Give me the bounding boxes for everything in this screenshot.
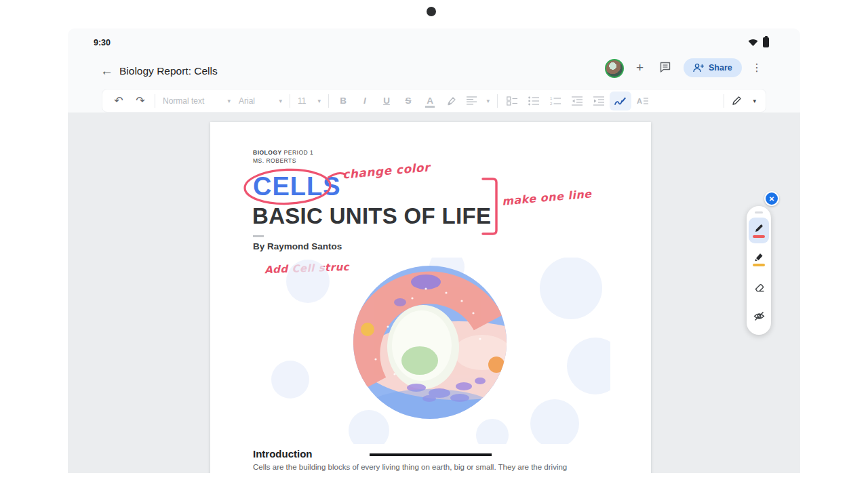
- back-icon[interactable]: ←: [100, 64, 113, 79]
- redo-button[interactable]: ↷: [130, 92, 151, 110]
- user-avatar[interactable]: [605, 59, 624, 78]
- font-size-dropdown[interactable]: 11 ▾: [294, 92, 325, 110]
- organelle-orange: [488, 357, 505, 373]
- doc-meta-line2: MS. ROBERTS: [253, 157, 296, 164]
- numbered-list-icon: 1 2: [550, 96, 561, 106]
- outdent-icon: [572, 96, 583, 106]
- bold-button[interactable]: B: [332, 92, 354, 110]
- battery-icon: [763, 37, 769, 47]
- formatting-toolbar: ↶ ↷ Normal text ▾ Arial ▾ 11 ▾ B I U S A: [102, 89, 766, 113]
- paragraph-style-value: Normal text: [163, 96, 204, 106]
- format-options-icon: A: [637, 96, 648, 106]
- tool-pen[interactable]: [749, 218, 769, 243]
- paragraph-style-dropdown[interactable]: Normal text ▾: [159, 92, 235, 110]
- italic-button[interactable]: I: [354, 92, 376, 110]
- chevron-down-icon: ▾: [317, 98, 321, 104]
- toolbar-divider: [328, 94, 329, 108]
- clock: 9:30: [94, 38, 111, 47]
- pen-icon: [732, 96, 742, 106]
- annotation-note-change-color: change color: [342, 160, 430, 181]
- svg-text:1: 1: [550, 96, 553, 100]
- add-icon[interactable]: +: [636, 60, 644, 75]
- toolbar-divider: [724, 94, 724, 108]
- tool-eraser[interactable]: [749, 274, 769, 300]
- drag-handle[interactable]: [755, 211, 763, 214]
- chevron-down-icon: ▾: [227, 98, 231, 104]
- doc-meta-line1: BIOLOGY PERIOD 1: [253, 149, 313, 156]
- pen-color-swatch: [753, 235, 765, 238]
- annotate-pen-button[interactable]: [610, 92, 631, 110]
- comments-button[interactable]: [659, 61, 671, 76]
- bulleted-list-icon: [528, 96, 539, 106]
- toolbar-divider: [155, 94, 155, 108]
- meta-subject: BIOLOGY: [253, 149, 282, 156]
- chevron-down-icon: ▾: [486, 98, 490, 104]
- checklist-button[interactable]: [501, 92, 523, 110]
- chevron-down-icon: ▾: [753, 98, 756, 104]
- title-divider: [253, 235, 264, 237]
- nucleolus: [401, 346, 438, 375]
- eraser-icon: [753, 282, 765, 293]
- format-letter: A: [637, 97, 642, 105]
- tool-hide-annotations[interactable]: [749, 303, 769, 329]
- checklist-icon: [507, 96, 517, 106]
- annotation-toolbar: [747, 206, 771, 335]
- tool-highlighter[interactable]: [749, 246, 769, 272]
- close-annotation-toolbar-button[interactable]: ✕: [764, 191, 779, 206]
- toolbar-divider: [497, 94, 498, 108]
- wifi-icon: [748, 39, 758, 47]
- font-value: Arial: [239, 96, 255, 106]
- paragraph-format-button[interactable]: A: [631, 92, 653, 110]
- person-add-icon: [693, 63, 704, 73]
- highlighter-icon: [754, 251, 764, 262]
- front-camera: [427, 7, 436, 16]
- text-color-button[interactable]: A: [419, 92, 441, 110]
- drawn-divider-line: [370, 453, 492, 456]
- indent-icon: [593, 96, 604, 106]
- ink-scribble-icon: [614, 96, 627, 106]
- align-dropdown[interactable]: ▾: [462, 92, 494, 110]
- share-label: Share: [709, 63, 732, 73]
- highlight-color-button[interactable]: [441, 92, 462, 110]
- toolbar-divider: [290, 94, 290, 108]
- chevron-down-icon: ▾: [279, 98, 282, 104]
- status-icons: [748, 37, 769, 47]
- tablet-screen: 9:30 ← Biology Report: Cells + Share: [68, 28, 800, 473]
- indent-button[interactable]: [588, 92, 610, 110]
- align-icon: [467, 96, 477, 105]
- bulleted-list-button[interactable]: [523, 92, 545, 110]
- doc-title-main: BASIC UNITS OF LIFE: [252, 203, 491, 229]
- annotation-circle: [242, 165, 351, 207]
- pen-icon: [754, 223, 764, 233]
- underline-button[interactable]: U: [376, 92, 397, 110]
- body-text-preview: Cells are the building blocks of every l…: [253, 463, 612, 472]
- organelle-yellow: [361, 323, 374, 336]
- font-size-value: 11: [298, 96, 306, 106]
- comment-icon: [659, 61, 671, 73]
- pen-tool-dropdown[interactable]: ▾: [728, 92, 760, 110]
- svg-text:2: 2: [550, 102, 553, 106]
- document-page[interactable]: BIOLOGY PERIOD 1 MS. ROBERTS CELLS chang…: [210, 122, 651, 473]
- meta-period: PERIOD 1: [282, 149, 314, 156]
- section-heading: Introduction: [253, 448, 312, 460]
- eye-off-icon: [753, 311, 765, 321]
- undo-button[interactable]: ↶: [108, 92, 130, 110]
- numbered-list-button[interactable]: 1 2: [545, 92, 566, 110]
- annotation-bracket: [479, 176, 499, 237]
- highlighter-color-swatch: [753, 264, 765, 266]
- share-button[interactable]: Share: [684, 58, 742, 77]
- font-dropdown[interactable]: Arial ▾: [235, 92, 286, 110]
- overflow-menu-icon[interactable]: ⋮: [751, 61, 762, 74]
- highlighter-icon: [446, 96, 457, 106]
- strikethrough-button[interactable]: S: [397, 92, 419, 110]
- outdent-button[interactable]: [566, 92, 588, 110]
- document-canvas: BIOLOGY PERIOD 1 MS. ROBERTS CELLS chang…: [68, 113, 800, 473]
- document-title: Biology Report: Cells: [119, 65, 218, 77]
- annotation-note-make-one-line: make one line: [501, 187, 592, 207]
- doc-byline: By Raymond Santos: [253, 241, 342, 251]
- cell-illustration: [255, 258, 610, 444]
